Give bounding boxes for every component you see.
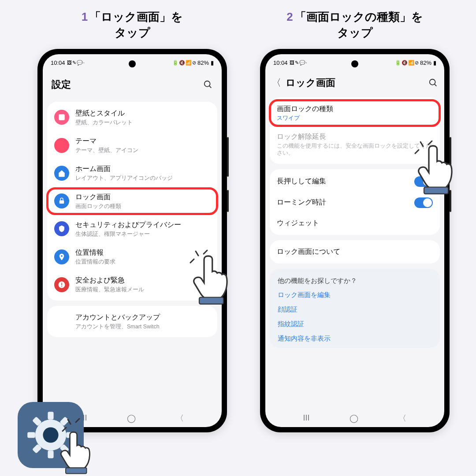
svg-rect-7: [61, 286, 62, 287]
svg-point-8: [430, 79, 435, 85]
tap-lines-icon: [414, 132, 436, 154]
nav-recents-icon[interactable]: III: [303, 413, 309, 423]
settings-row-safety[interactable]: 安全および緊急医療情報、緊急速報メール: [47, 271, 217, 298]
settings-group-1: 壁紙とスタイル壁紙、カラーパレット テーマテーマ、壁紙、アイコン ホーム画面レイ…: [47, 102, 217, 301]
card-toggles: 長押しして編集 ローミング時計 ウィジェット: [270, 169, 440, 235]
svg-line-16: [428, 141, 432, 145]
theme-icon: [54, 138, 69, 153]
status-time: 10:04: [273, 60, 288, 66]
step-1: 1「ロック画面」を タップ 10:04 🖼 ✎ 💬 · 🔋 🔇 📶 ⊘ 82% …: [29, 9, 236, 432]
settings-row-accounts[interactable]: アカウントとバックアップアカウントを管理、Smart Switch: [47, 308, 217, 335]
status-right-icons: 🔋 🔇 📶 ⊘: [395, 60, 418, 66]
back-icon[interactable]: 〈: [271, 76, 281, 89]
page-title: ロック画面: [286, 76, 335, 89]
status-right-icons: 🔋 🔇 📶 ⊘: [172, 60, 196, 66]
status-left-icons: 🖼 ✎ 💬 ·: [67, 60, 84, 66]
step-number: 1: [82, 10, 88, 23]
link-hide-notif[interactable]: 通知内容を非表示: [270, 331, 440, 346]
looking-for-heading: 他の機能をお探しですか？: [270, 271, 440, 288]
page-title: 設定: [52, 78, 71, 91]
phone-frame: 10:04 🖼 ✎ 💬 · 🔋 🔇 📶 ⊘ 82% ▮ 設定 壁紙とスタイル壁紙…: [37, 49, 227, 432]
phone-screen: 10:04 🖼 ✎ 💬 · 🔋 🔇 📶 ⊘ 82% ▮ 設定 壁紙とスタイル壁紙…: [43, 54, 222, 427]
svg-rect-3: [60, 201, 64, 204]
settings-header: 設定: [43, 69, 222, 102]
row-about-lockscreen[interactable]: ロック画面について: [270, 242, 440, 262]
battery-icon: ▮: [433, 60, 436, 66]
search-icon[interactable]: [428, 78, 438, 88]
home-icon: [54, 166, 69, 181]
row-longpress-edit[interactable]: 長押しして編集: [270, 171, 440, 192]
link-edit-lockscreen[interactable]: ロック画面を編集: [270, 288, 440, 302]
svg-rect-21: [27, 432, 35, 438]
svg-line-11: [196, 251, 198, 256]
settings-group-2: アカウントとバックアップアカウントを管理、Smart Switch: [47, 306, 217, 337]
camera-hole: [129, 60, 136, 67]
svg-rect-31: [66, 468, 87, 473]
phone-frame: 10:04 🖼 ✎ 💬 · 🔋 🔇 📶 ⊘ 82% ▮ 〈 ロック画面: [260, 49, 450, 432]
card-looking-for: 他の機能をお探しですか？ ロック画面を編集 顔認証 指紋認証 通知内容を非表示: [270, 269, 440, 348]
step-2: 2「画面ロックの種類」を タップ 10:04 🖼 ✎ 💬 · 🔋 🔇 📶 ⊘ 8…: [251, 9, 458, 432]
svg-line-12: [204, 250, 207, 254]
svg-line-10: [190, 259, 194, 263]
svg-point-4: [61, 255, 63, 257]
android-navbar: III ◯ 〈: [265, 413, 444, 424]
tap-hand-icon: [57, 428, 99, 476]
nav-back-icon[interactable]: 〈: [398, 413, 406, 424]
step-title: 1「ロック画面」を タップ: [29, 9, 236, 41]
svg-line-30: [76, 419, 79, 422]
svg-rect-19: [48, 412, 53, 420]
settings-row-home[interactable]: ホーム画面レイアウト、アプリアイコンのバッジ: [47, 159, 217, 187]
link-fingerprint[interactable]: 指紋認証: [270, 317, 440, 331]
svg-line-9: [435, 84, 437, 86]
row-widgets[interactable]: ウィジェット: [270, 213, 440, 233]
nav-home-icon[interactable]: ◯: [127, 413, 136, 423]
svg-rect-2: [59, 115, 65, 121]
svg-line-1: [209, 86, 212, 88]
row-roaming-clock[interactable]: ローミング時計: [270, 192, 440, 213]
lock-icon: [54, 193, 69, 208]
settings-row-security[interactable]: セキュリティおよびプライバシー生体認証、権限マネージャー: [47, 215, 217, 243]
svg-line-14: [415, 150, 419, 153]
status-left-icons: 🖼 ✎ 💬 ·: [290, 60, 307, 66]
svg-point-27: [43, 427, 58, 443]
svg-line-15: [420, 142, 423, 146]
link-face-auth[interactable]: 顔認証: [270, 302, 440, 317]
battery-icon: ▮: [211, 60, 214, 66]
alert-icon: [54, 277, 69, 292]
settings-row-lockscreen[interactable]: ロック画面画面ロックの種類: [47, 187, 217, 215]
shield-icon: [54, 221, 69, 236]
settings-row-theme[interactable]: テーマテーマ、壁紙、アイコン: [47, 131, 217, 159]
search-icon[interactable]: [203, 80, 213, 89]
nav-back-icon[interactable]: 〈: [176, 413, 184, 424]
wallpaper-icon: [54, 110, 69, 125]
status-battery: 82%: [420, 60, 431, 66]
svg-rect-20: [48, 450, 53, 458]
lockscreen-header: 〈 ロック画面: [265, 69, 444, 97]
settings-row-wallpaper[interactable]: 壁紙とスタイル壁紙、カラーパレット: [47, 104, 217, 131]
tap-lines-icon: [190, 242, 212, 264]
card-about: ロック画面について: [270, 240, 440, 264]
step-title: 2「画面ロックの種類」を タップ: [251, 9, 458, 41]
svg-point-0: [205, 81, 210, 87]
status-time: 10:04: [51, 60, 65, 66]
pin-icon: [54, 249, 69, 264]
status-battery: 82%: [197, 60, 209, 66]
toggle-longpress[interactable]: [414, 176, 433, 187]
phone-screen: 10:04 🖼 ✎ 💬 · 🔋 🔇 📶 ⊘ 82% ▮ 〈 ロック画面: [265, 54, 444, 427]
svg-line-29: [68, 420, 71, 424]
row-lock-type[interactable]: 画面ロックの種類スワイプ: [270, 99, 440, 127]
step-number: 2: [286, 10, 293, 23]
nav-home-icon[interactable]: ◯: [350, 413, 358, 423]
toggle-roaming[interactable]: [414, 197, 433, 208]
svg-rect-6: [61, 283, 62, 285]
camera-hole: [351, 60, 358, 67]
